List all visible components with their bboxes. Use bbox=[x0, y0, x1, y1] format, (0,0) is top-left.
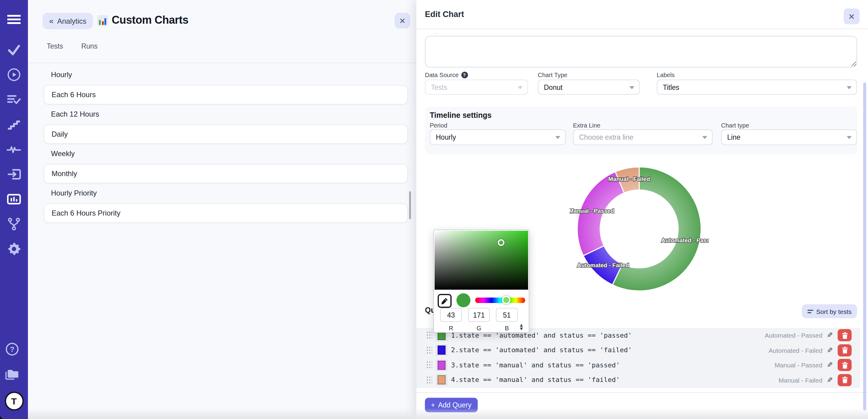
edit-chart-close-button[interactable]: ✕ bbox=[844, 8, 860, 24]
query-label: Manual - Passed bbox=[775, 362, 823, 369]
eyedropper-button[interactable] bbox=[438, 294, 452, 308]
tab-runs[interactable]: Runs bbox=[81, 42, 98, 50]
chevron-down-icon bbox=[555, 136, 560, 139]
app-window: ?T « Analytics Custom Charts ✕ Tests Run… bbox=[0, 0, 868, 419]
rgb-mode-toggle[interactable]: ▲▼ bbox=[519, 324, 524, 331]
chart-list-item-label: Monthly bbox=[52, 170, 77, 178]
chart-list-item[interactable]: Weekly bbox=[44, 144, 408, 163]
query-label: Automated - Passed bbox=[765, 332, 823, 339]
hue-slider[interactable] bbox=[475, 298, 525, 303]
extra-line-label: Extra Line bbox=[573, 122, 600, 129]
chart-type-label: Chart Type bbox=[538, 72, 567, 78]
chart-list-item[interactable]: Hourly bbox=[44, 65, 408, 85]
steps-icon[interactable] bbox=[7, 117, 21, 132]
green-input[interactable] bbox=[468, 308, 490, 322]
chevron-down-icon bbox=[629, 86, 634, 89]
data-source-label: Data Source ? bbox=[425, 72, 468, 78]
query-label: Automated - Failed bbox=[769, 347, 822, 354]
trash-icon bbox=[842, 332, 848, 339]
play-circle-icon[interactable] bbox=[7, 67, 21, 82]
saturation-area[interactable] bbox=[435, 231, 528, 290]
left-list-scrollbar[interactable] bbox=[409, 191, 411, 219]
drag-handle-icon[interactable] bbox=[426, 361, 432, 369]
logo-badge[interactable]: T bbox=[5, 392, 23, 411]
chart-list: HourlyEach 6 HoursEach 12 HoursDailyWeek… bbox=[44, 65, 408, 223]
labels-select[interactable]: Titles bbox=[657, 80, 857, 95]
hue-slider-thumb[interactable] bbox=[502, 296, 510, 304]
edit-pencil-icon[interactable]: ✎ bbox=[827, 331, 833, 340]
left-panel-close-button[interactable]: ✕ bbox=[395, 13, 410, 29]
chart-type-select[interactable]: Donut bbox=[538, 80, 640, 95]
chart-list-item[interactable]: Each 12 Hours bbox=[44, 104, 408, 124]
trash-icon bbox=[842, 377, 848, 384]
timeline-chart-type-select[interactable]: Line bbox=[721, 129, 857, 145]
extra-line-select[interactable]: Choose extra line bbox=[573, 129, 713, 145]
plus-icon: + bbox=[431, 401, 435, 409]
chart-list-item[interactable]: Monthly bbox=[44, 163, 408, 183]
blue-input[interactable] bbox=[496, 308, 518, 322]
saturation-cursor[interactable] bbox=[498, 240, 505, 246]
chart-list-item-label: Each 12 Hours bbox=[51, 110, 99, 119]
query-color-swatch[interactable] bbox=[436, 375, 447, 386]
chart-list-item[interactable]: Each 6 Hours Priority bbox=[44, 203, 408, 223]
branch-icon[interactable] bbox=[7, 217, 21, 231]
chart-list-item[interactable]: Hourly Priority bbox=[44, 183, 408, 203]
query-row: 3.state == 'manual' and status == 'passe… bbox=[416, 358, 860, 372]
folder-icon[interactable] bbox=[5, 367, 19, 381]
menu-icon[interactable] bbox=[7, 12, 21, 27]
drag-handle-icon[interactable] bbox=[426, 331, 432, 340]
donut-chart: Automated - PassedAutomated - FailedManu… bbox=[569, 159, 709, 299]
import-icon[interactable] bbox=[7, 167, 21, 182]
help-icon[interactable]: ? bbox=[5, 342, 19, 356]
chart-list-item[interactable]: Daily bbox=[44, 124, 408, 144]
chart-list-item-label: Weekly bbox=[51, 150, 75, 158]
add-query-label: Add Query bbox=[438, 401, 471, 409]
green-label: G bbox=[468, 325, 490, 332]
drag-handle-icon[interactable] bbox=[426, 346, 432, 355]
query-label: Manual - Failed bbox=[778, 377, 823, 384]
edit-chart-title: Edit Chart bbox=[425, 10, 464, 19]
gear-icon[interactable] bbox=[7, 242, 21, 256]
timeline-settings-title: Timeline settings bbox=[430, 111, 492, 120]
drag-handle-icon[interactable] bbox=[426, 376, 432, 384]
period-select[interactable]: Hourly bbox=[430, 129, 566, 145]
delete-query-button[interactable] bbox=[838, 359, 851, 371]
query-expression: 2.state == 'automated' and status == 'fa… bbox=[451, 347, 632, 354]
back-button-label: Analytics bbox=[57, 17, 86, 25]
description-textarea[interactable] bbox=[425, 36, 857, 67]
delete-query-button[interactable] bbox=[838, 344, 851, 356]
query-expression: 4.state == 'manual' and status == 'faile… bbox=[451, 376, 620, 384]
donut-segment-label: Automated - Passed bbox=[661, 237, 709, 243]
check-icon[interactable] bbox=[7, 42, 21, 57]
sort-icon bbox=[807, 309, 813, 313]
red-input[interactable] bbox=[440, 308, 462, 322]
query-row: 2.state == 'automated' and status == 'fa… bbox=[416, 343, 860, 358]
clipped-field-label: . . . • . . . bbox=[427, 32, 464, 34]
labels-label: Labels bbox=[657, 72, 675, 78]
pulse-icon[interactable] bbox=[7, 142, 21, 157]
edit-pencil-icon[interactable]: ✎ bbox=[827, 346, 833, 355]
timeline-chart-type-label: Chart type bbox=[721, 122, 749, 129]
back-to-analytics-button[interactable]: « Analytics bbox=[42, 13, 93, 29]
divider bbox=[416, 392, 868, 393]
edit-panel-scrollbar[interactable] bbox=[863, 83, 866, 411]
page-title: Custom Charts bbox=[112, 14, 188, 27]
help-icon[interactable]: ? bbox=[461, 72, 468, 78]
sort-by-tests-button[interactable]: Sort by tests bbox=[802, 304, 857, 318]
chart-list-item[interactable]: Each 6 Hours bbox=[44, 85, 408, 104]
edit-pencil-icon[interactable]: ✎ bbox=[827, 376, 833, 384]
red-label: R bbox=[440, 325, 462, 332]
list-check-icon[interactable] bbox=[7, 92, 21, 107]
delete-query-button[interactable] bbox=[838, 374, 851, 386]
query-color-swatch[interactable] bbox=[436, 359, 447, 371]
chart-list-item-label: Hourly bbox=[51, 71, 72, 79]
divider bbox=[28, 63, 416, 63]
tab-tests[interactable]: Tests bbox=[47, 42, 63, 50]
query-color-swatch[interactable] bbox=[436, 345, 447, 356]
delete-query-button[interactable] bbox=[838, 329, 851, 341]
edit-pencil-icon[interactable]: ✎ bbox=[827, 361, 833, 369]
data-source-select[interactable]: Tests bbox=[425, 80, 528, 95]
current-color-swatch bbox=[457, 293, 470, 307]
custom-charts-panel: « Analytics Custom Charts ✕ Tests Runs H… bbox=[28, 0, 416, 419]
bar-chart-icon[interactable] bbox=[7, 192, 21, 206]
